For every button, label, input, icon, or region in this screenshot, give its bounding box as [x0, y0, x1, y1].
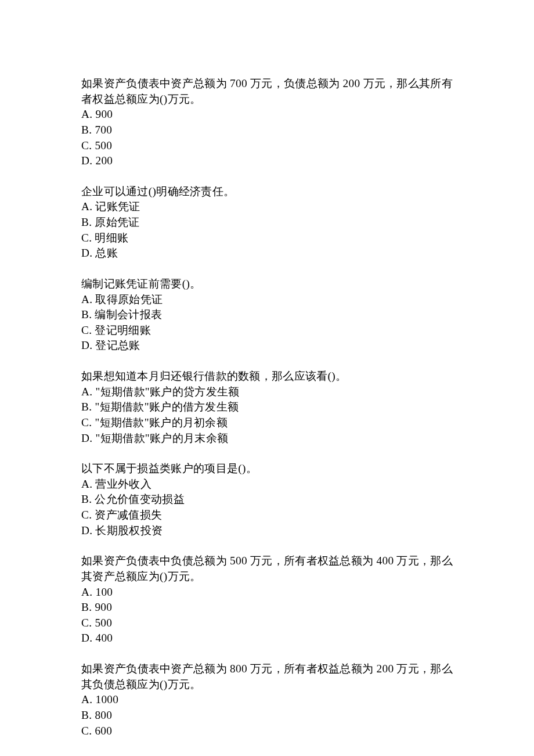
option-a: A. 900: [81, 107, 453, 123]
option-d: D. 长期股权投资: [81, 523, 453, 539]
option-b: B. 800: [81, 708, 453, 723]
option-a: A. 100: [81, 585, 453, 600]
option-d: D. 登记总账: [81, 338, 453, 354]
option-c: C. "短期借款"账户的月初余额: [81, 415, 453, 431]
option-c: C. 600: [81, 723, 453, 739]
question-stem: 编制记账凭证前需要()。: [81, 276, 453, 292]
option-b: B. "短期借款"账户的借方发生额: [81, 399, 453, 415]
option-d: D. 400: [81, 631, 453, 646]
question-stem: 如果想知道本月归还银行借款的数额，那么应该看()。: [81, 369, 453, 384]
option-c: C. 500: [81, 138, 453, 154]
question-7: 如果资产负债表中资产总额为 800 万元，所有者权益总额为 200 万元，那么其…: [81, 661, 453, 739]
option-b: B. 900: [81, 600, 453, 615]
option-c: C. 500: [81, 615, 453, 631]
question-5: 以下不属于损益类账户的项目是()。 A. 营业外收入 B. 公允价值变动损益 C…: [81, 461, 453, 538]
question-stem: 以下不属于损益类账户的项目是()。: [81, 461, 453, 477]
option-a: A. 记账凭证: [81, 199, 453, 215]
option-c: C. 明细账: [81, 231, 453, 246]
question-6: 如果资产负债表中负债总额为 500 万元，所有者权益总额为 400 万元，那么其…: [81, 553, 453, 646]
option-b: B. 原始凭证: [81, 215, 453, 231]
option-c: C. 登记明细账: [81, 323, 453, 339]
question-1: 如果资产负债表中资产总额为 700 万元，负债总额为 200 万元，那么其所有者…: [81, 76, 453, 169]
question-stem: 如果资产负债表中负债总额为 500 万元，所有者权益总额为 400 万元，那么其…: [81, 553, 453, 584]
option-b: B. 公允价值变动损益: [81, 492, 453, 507]
option-d: D. "短期借款"账户的月末余额: [81, 431, 453, 447]
option-b: B. 700: [81, 123, 453, 138]
option-c: C. 资产减值损失: [81, 507, 453, 523]
question-4: 如果想知道本月归还银行借款的数额，那么应该看()。 A. "短期借款"账户的贷方…: [81, 369, 453, 446]
option-a: A. 1000: [81, 692, 453, 708]
option-d: D. 总账: [81, 246, 453, 261]
option-a: A. 取得原始凭证: [81, 292, 453, 308]
question-2: 企业可以通过()明确经济责任。 A. 记账凭证 B. 原始凭证 C. 明细账 D…: [81, 184, 453, 261]
question-stem: 企业可以通过()明确经济责任。: [81, 184, 453, 200]
question-3: 编制记账凭证前需要()。 A. 取得原始凭证 B. 编制会计报表 C. 登记明细…: [81, 276, 453, 354]
option-b: B. 编制会计报表: [81, 307, 453, 323]
question-stem: 如果资产负债表中资产总额为 700 万元，负债总额为 200 万元，那么其所有者…: [81, 76, 453, 107]
option-a: A. "短期借款"账户的贷方发生额: [81, 384, 453, 400]
option-a: A. 营业外收入: [81, 477, 453, 492]
option-d: D. 200: [81, 153, 453, 169]
question-stem: 如果资产负债表中资产总额为 800 万元，所有者权益总额为 200 万元，那么其…: [81, 661, 453, 692]
document-page: 如果资产负债表中资产总额为 700 万元，负债总额为 200 万元，那么其所有者…: [0, 0, 534, 756]
